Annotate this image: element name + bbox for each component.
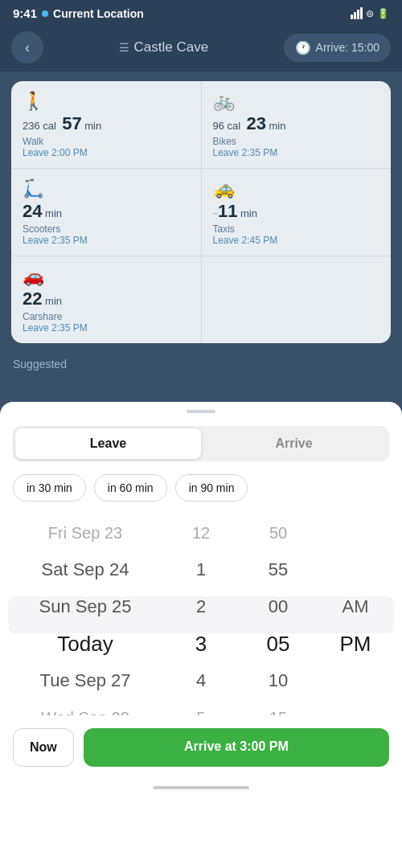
bike-leave: Leave 2:35 PM <box>213 147 380 158</box>
ampm-am[interactable]: AM <box>317 588 394 625</box>
min-15[interactable]: 15 <box>240 699 317 715</box>
ampm-column[interactable]: AM PM <box>317 514 394 715</box>
taxi-duration: 11 <box>218 201 237 221</box>
day-today[interactable]: Today <box>8 625 162 662</box>
home-indicator <box>153 786 249 789</box>
menu-icon: ☰ <box>119 41 129 54</box>
destination-name: Castle Cave <box>134 39 209 55</box>
quick-30min[interactable]: in 30 min <box>13 474 86 502</box>
destination-label: ☰ Castle Cave <box>119 39 209 55</box>
car-leave: Leave 2:35 PM <box>23 322 190 334</box>
current-location: Current Location <box>53 7 144 20</box>
location-dot <box>42 10 48 17</box>
transport-taxis[interactable]: 🚕 ~11 min Taxis Leave 2:45 PM <box>202 169 392 256</box>
battery-icon: 🔋 <box>377 8 389 19</box>
day-wed[interactable]: Wed Sep 28 <box>8 699 162 715</box>
day-fri[interactable]: Fri Sep 23 <box>8 514 162 551</box>
min-50[interactable]: 50 <box>240 514 317 551</box>
bike-label: Bikes <box>213 136 380 147</box>
taxi-icon: 🚕 <box>213 178 380 199</box>
walk-cal: 236 cal <box>23 120 56 132</box>
taxi-label: Taxis <box>213 223 380 235</box>
bottom-sheet: Leave Arrive in 30 min in 60 min in 90 m… <box>0 402 402 868</box>
walk-label: Walk <box>23 136 190 147</box>
signal-icon <box>351 7 363 19</box>
hour-2[interactable]: 2 <box>162 588 240 625</box>
time-picker[interactable]: Fri Sep 23 Sat Sep 24 Sun Sep 25 Today T… <box>0 514 402 715</box>
time-display: 9:41 <box>13 6 37 20</box>
suggested-label: Suggested <box>0 353 402 374</box>
min-00[interactable]: 00 <box>240 588 317 625</box>
transport-scooters[interactable]: 🛴 24 min Scooters Leave 2:35 PM <box>11 169 202 256</box>
header: ‹ ☰ Castle Cave 🕐 Arrive: 15:00 <box>0 23 402 72</box>
now-button[interactable]: Now <box>13 728 74 767</box>
car-duration: 22 <box>23 289 42 309</box>
scooter-label: Scooters <box>23 223 190 235</box>
wifi-icon: ⊜ <box>366 8 374 19</box>
arrive-tab[interactable]: Arrive <box>201 428 387 459</box>
back-button[interactable]: ‹ <box>11 31 43 63</box>
hour-5[interactable]: 5 <box>162 699 240 715</box>
transport-carshare[interactable]: 🚗 22 min Carshare Leave 2:35 PM <box>11 256 202 343</box>
transport-walk[interactable]: 🚶 236 cal 57 min Walk Leave 2:00 PM <box>11 81 202 168</box>
bike-duration: 23 <box>246 113 265 133</box>
bike-cal: 96 cal <box>213 120 241 132</box>
scooter-icon: 🛴 <box>23 178 190 199</box>
walk-duration: 57 <box>62 113 81 133</box>
hour-column[interactable]: 12 1 2 3 4 5 6 <box>162 514 240 715</box>
departure-toggle: Leave Arrive <box>13 426 389 461</box>
hour-12[interactable]: 12 <box>162 514 240 551</box>
transport-empty <box>202 256 392 343</box>
day-sun[interactable]: Sun Sep 25 <box>8 588 162 625</box>
status-icons: ⊜ 🔋 <box>351 7 389 19</box>
arrive-badge[interactable]: 🕐 Arrive: 15:00 <box>284 34 391 62</box>
quick-90min[interactable]: in 90 min <box>175 474 248 502</box>
transport-bikes[interactable]: 🚲 96 cal 23 min Bikes Leave 2:35 PM <box>202 81 392 168</box>
scooter-leave: Leave 2:35 PM <box>23 235 190 246</box>
transport-row-3: 🚗 22 min Carshare Leave 2:35 PM <box>11 256 391 343</box>
quick-60min[interactable]: in 60 min <box>94 474 167 502</box>
arrive-button[interactable]: Arrive at 3:00 PM <box>84 728 389 767</box>
scooter-duration: 24 <box>23 201 42 221</box>
action-row: Now Arrive at 3:00 PM <box>0 715 402 783</box>
status-left: 9:41 Current Location <box>13 6 144 20</box>
transport-grid: 🚶 236 cal 57 min Walk Leave 2:00 PM 🚲 96… <box>11 81 391 343</box>
day-column[interactable]: Fri Sep 23 Sat Sep 24 Sun Sep 25 Today T… <box>8 514 162 715</box>
hour-3[interactable]: 3 <box>162 625 240 662</box>
min-05[interactable]: 05 <box>240 625 317 662</box>
min-10[interactable]: 10 <box>240 662 317 699</box>
hour-1[interactable]: 1 <box>162 551 240 588</box>
status-bar: 9:41 Current Location ⊜ 🔋 <box>0 0 402 23</box>
taxi-leave: Leave 2:45 PM <box>213 235 380 246</box>
sheet-handle <box>187 410 215 413</box>
quick-options: in 30 min in 60 min in 90 min <box>0 474 402 514</box>
day-sat[interactable]: Sat Sep 24 <box>8 551 162 588</box>
walk-icon: 🚶 <box>23 91 190 112</box>
arrive-time: Arrive: 15:00 <box>316 41 379 54</box>
clock-icon: 🕐 <box>295 40 311 55</box>
min-55[interactable]: 55 <box>240 551 317 588</box>
day-tue[interactable]: Tue Sep 27 <box>8 662 162 699</box>
hour-4[interactable]: 4 <box>162 662 240 699</box>
car-icon: 🚗 <box>23 266 190 287</box>
ampm-pm[interactable]: PM <box>317 625 394 662</box>
leave-tab[interactable]: Leave <box>15 428 201 459</box>
transport-row-1: 🚶 236 cal 57 min Walk Leave 2:00 PM 🚲 96… <box>11 81 391 169</box>
minute-column[interactable]: 50 55 00 05 10 15 20 <box>240 514 317 715</box>
bike-icon: 🚲 <box>213 91 380 112</box>
transport-row-2: 🛴 24 min Scooters Leave 2:35 PM 🚕 ~11 mi… <box>11 169 391 256</box>
walk-leave: Leave 2:00 PM <box>23 147 190 158</box>
car-label: Carshare <box>23 311 190 322</box>
